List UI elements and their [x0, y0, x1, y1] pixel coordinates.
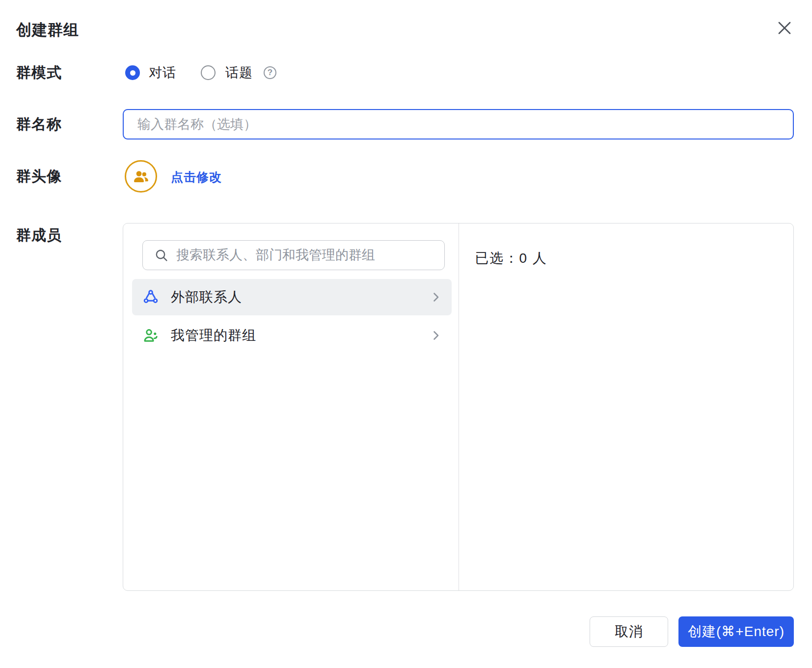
cancel-button[interactable]: 取消: [590, 616, 668, 647]
group-avatar-people-icon: [132, 167, 150, 186]
group-mode-radio-group: 对话 话题 ?: [125, 64, 276, 81]
member-search-input[interactable]: [176, 248, 444, 263]
external-contacts-icon: [143, 289, 159, 305]
chevron-right-icon: [430, 330, 442, 341]
radio-conversation-label[interactable]: 对话: [149, 64, 176, 82]
chevron-right-icon: [430, 291, 442, 303]
group-avatar-button[interactable]: [125, 160, 157, 193]
selected-count-summary: 已选：0 人: [475, 249, 547, 268]
help-icon[interactable]: ?: [264, 66, 276, 79]
category-label: 外部联系人: [171, 288, 430, 306]
page-title: 创建群组: [16, 20, 79, 40]
group-members-label: 群成员: [16, 226, 62, 244]
group-mode-label: 群模式: [16, 64, 62, 82]
member-search-box: [142, 240, 445, 270]
close-button[interactable]: [772, 15, 797, 41]
radio-conversation[interactable]: [125, 65, 140, 80]
avatar-change-link[interactable]: 点击修改: [171, 169, 222, 184]
category-row-external-contacts[interactable]: 外部联系人: [132, 279, 452, 315]
create-button[interactable]: 创建(⌘+Enter): [678, 616, 794, 647]
group-avatar-label: 群头像: [16, 167, 62, 185]
panel-divider: [459, 223, 460, 590]
managed-groups-icon: [143, 328, 159, 343]
create-group-dialog: 创建群组 群模式 对话 话题 ? 群名称 群头像 点击修改 群成员: [0, 0, 812, 668]
category-row-managed-groups[interactable]: 我管理的群组: [132, 317, 452, 354]
category-label: 我管理的群组: [171, 326, 430, 345]
radio-topic[interactable]: [201, 65, 216, 80]
search-icon: [154, 248, 169, 263]
radio-topic-label[interactable]: 话题: [225, 64, 253, 82]
group-name-label: 群名称: [16, 115, 62, 133]
group-name-input[interactable]: [123, 109, 794, 139]
members-picker: 外部联系人 我管理的群组: [123, 223, 794, 591]
close-icon: [777, 20, 792, 36]
